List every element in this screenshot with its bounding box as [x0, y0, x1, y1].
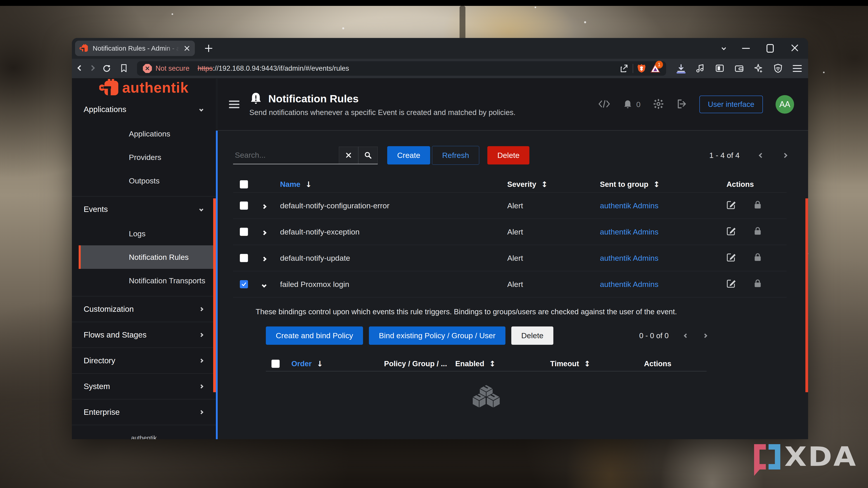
group-link[interactable]: authentik Admins [594, 201, 720, 210]
lock-icon [753, 253, 762, 263]
edit-icon[interactable] [726, 279, 736, 290]
window-maximize-button[interactable] [767, 44, 774, 53]
sidebar-item-logs[interactable]: Logs [79, 222, 216, 246]
sidebar-item-events-group[interactable]: Events [72, 197, 216, 222]
delete-button[interactable]: Delete [487, 146, 529, 164]
settings-gear-icon[interactable] [653, 99, 664, 110]
reload-icon[interactable] [102, 64, 112, 73]
vpn-shield-icon[interactable] [773, 64, 783, 73]
edit-icon[interactable] [726, 252, 736, 264]
row-checkbox[interactable] [240, 254, 248, 262]
bindings-pagination: 0 - 0 of 0 [639, 331, 707, 340]
search-input[interactable] [233, 147, 339, 164]
music-icon[interactable] [695, 64, 706, 73]
wallet-icon[interactable] [735, 64, 744, 73]
api-code-icon[interactable] [598, 99, 610, 109]
page-header: Notification Rules Send notifications wh… [218, 78, 808, 131]
column-timeout[interactable]: Timeout↕ [544, 359, 638, 368]
row-collapse-button[interactable] [262, 280, 266, 289]
create-button[interactable]: Create [387, 146, 430, 164]
window-minimize-button[interactable] [742, 48, 750, 49]
table-row: default-notify-configuration-error Alert… [233, 192, 786, 219]
group-link[interactable]: authentik Admins [594, 280, 720, 289]
rule-severity: Alert [501, 228, 594, 236]
sidebar-item-flows-and-stages[interactable]: Flows and Stages [72, 322, 216, 348]
clear-search-button[interactable] [339, 147, 358, 164]
select-all-checkbox[interactable] [240, 180, 248, 188]
forward-icon[interactable] [90, 66, 94, 71]
row-checkbox[interactable] [240, 201, 248, 210]
sidebar-item-applications[interactable]: Applications [79, 122, 216, 145]
group-link[interactable]: authentik Admins [594, 228, 720, 236]
xda-bracket-left-icon [754, 444, 766, 469]
tab-search-chevron-icon[interactable] [722, 46, 725, 51]
pagination: 1 - 4 of 4 [709, 151, 786, 160]
row-expand-button[interactable] [262, 228, 266, 236]
browser-window: Notification Rules - Admin - au ✕ Not se… [72, 38, 808, 439]
bindings-prev-button[interactable] [684, 333, 688, 338]
x-icon [345, 152, 352, 159]
column-order[interactable]: Order↓ [285, 359, 378, 368]
column-sent-to-group[interactable]: Sent to group↕ [594, 180, 720, 189]
sidebar-item-notification-transports[interactable]: Notification Transports [79, 269, 216, 292]
content-scrollbar[interactable] [805, 198, 808, 392]
sidebar-item-directory[interactable]: Directory [72, 348, 216, 373]
sidebar-item-system[interactable]: System [72, 374, 216, 399]
table-row: default-notify-update Alert authentik Ad… [233, 245, 786, 271]
sidebar-item-outposts[interactable]: Outposts [79, 169, 216, 193]
tab-close-icon[interactable] [184, 45, 190, 52]
column-enabled[interactable]: Enabled↕ [449, 359, 544, 368]
sidebar-scrollbar[interactable] [213, 198, 216, 392]
bind-existing-button[interactable]: Bind existing Policy / Group / User [369, 326, 505, 345]
refresh-button[interactable]: Refresh [432, 146, 479, 165]
check-icon [241, 281, 247, 287]
sidebar-item-notification-rules[interactable]: Notification Rules [79, 246, 216, 269]
sidebar-panel-icon[interactable] [715, 64, 725, 73]
notifications-button[interactable]: 0 [623, 99, 641, 109]
search-button[interactable] [358, 147, 378, 164]
edit-icon[interactable] [726, 226, 736, 237]
bindings-select-all-checkbox[interactable] [272, 360, 280, 368]
delete-binding-button[interactable]: Delete [511, 326, 553, 345]
row-expand-button[interactable] [262, 254, 266, 263]
chevron-down-icon [199, 207, 203, 211]
group-link[interactable]: authentik Admins [594, 254, 720, 263]
row-checkbox-checked[interactable] [240, 280, 248, 288]
prev-page-button[interactable] [759, 153, 764, 158]
next-page-button[interactable] [782, 153, 787, 158]
tab-title: Notification Rules - Admin - au [93, 44, 180, 52]
authentik-logo: authentik [72, 78, 216, 97]
url-bar[interactable]: ✕ Not secure https://192.168.0.94:9443/i… [137, 61, 666, 76]
column-severity[interactable]: Severity↕ [501, 180, 594, 189]
browser-tab[interactable]: Notification Rules - Admin - au [75, 41, 195, 56]
sidebar-item-enterprise[interactable]: Enterprise [72, 399, 216, 425]
menu-icon[interactable] [793, 65, 802, 72]
rule-severity: Alert [501, 254, 594, 263]
bindings-next-button[interactable] [703, 333, 707, 338]
sidebar-item-applications-group[interactable]: Applications [72, 97, 216, 122]
sign-out-icon[interactable] [676, 99, 687, 110]
avatar[interactable]: AA [776, 95, 794, 113]
column-name[interactable]: Name↓ [274, 180, 501, 189]
leo-ai-icon[interactable] [754, 64, 764, 73]
edit-icon[interactable] [726, 200, 736, 211]
row-checkbox[interactable] [240, 228, 248, 236]
download-icon[interactable] [676, 64, 686, 73]
brave-rewards-icon[interactable]: 1 [650, 64, 660, 73]
sidebar-toggle-icon[interactable] [229, 101, 239, 108]
top-strip [0, 0, 868, 6]
create-and-bind-button[interactable]: Create and bind Policy [266, 326, 363, 345]
window-close-button[interactable] [790, 43, 799, 53]
sidebar-item-customization[interactable]: Customization [72, 296, 216, 322]
url-text: https://192.168.0.94:9443/if/admin/#/eve… [197, 64, 616, 72]
row-expand-button[interactable] [262, 201, 266, 210]
sortable-icon: ↕ [489, 359, 496, 368]
share-icon[interactable] [619, 64, 629, 73]
sidebar-item-providers[interactable]: Providers [79, 145, 216, 169]
brave-shield-icon[interactable] [637, 64, 647, 73]
bookmark-icon[interactable] [119, 64, 129, 73]
user-interface-button[interactable]: User interface [700, 96, 763, 113]
brand-name: authentik [72, 433, 216, 439]
back-icon[interactable] [78, 66, 82, 71]
new-tab-button[interactable] [203, 43, 214, 54]
